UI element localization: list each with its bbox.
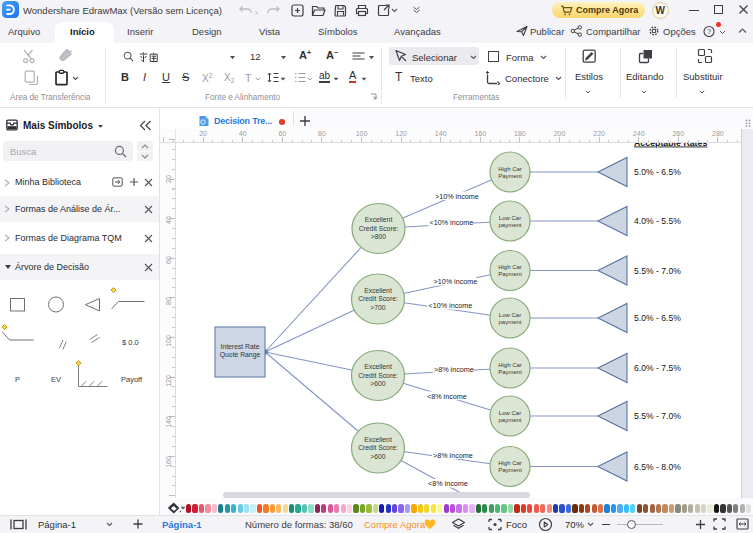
svg-text:High Car: High Car bbox=[498, 264, 522, 270]
svg-text:<10% income: <10% income bbox=[430, 218, 474, 227]
svg-text:Payment: Payment bbox=[498, 271, 522, 277]
svg-text:Excellent: Excellent bbox=[364, 287, 392, 294]
svg-text:Excellent: Excellent bbox=[364, 436, 392, 443]
svg-text:Payment: Payment bbox=[498, 467, 522, 473]
svg-text:>8% income: >8% income bbox=[433, 451, 473, 460]
svg-text:>700: >700 bbox=[370, 304, 386, 311]
svg-text:>10% income: >10% income bbox=[435, 192, 479, 201]
svg-text:High Car: High Car bbox=[498, 460, 522, 466]
svg-text:?: ? bbox=[707, 27, 711, 36]
svg-text:Payoff: Payoff bbox=[121, 375, 143, 384]
svg-text:Excellent: Excellent bbox=[364, 363, 392, 370]
svg-text:Low Car: Low Car bbox=[499, 410, 521, 416]
svg-text:6.5% - 8.0%: 6.5% - 8.0% bbox=[634, 462, 681, 472]
svg-text:Acceptable Rates: Acceptable Rates bbox=[634, 143, 707, 148]
svg-text:Low Car: Low Car bbox=[499, 215, 521, 221]
svg-text:High Car: High Car bbox=[498, 166, 522, 172]
svg-text:payment: payment bbox=[498, 222, 521, 228]
svg-text:Interest Rate: Interest Rate bbox=[221, 343, 260, 350]
svg-text:4.0% - 5.5%: 4.0% - 5.5% bbox=[634, 216, 681, 226]
svg-text:<8% income: <8% income bbox=[428, 479, 468, 488]
svg-text:payment: payment bbox=[498, 417, 521, 423]
svg-text:5.5% - 7.0%: 5.5% - 7.0% bbox=[634, 411, 681, 421]
svg-text:Credit Score:: Credit Score: bbox=[358, 295, 398, 302]
svg-text:5.0% - 6.5%: 5.0% - 6.5% bbox=[634, 313, 681, 323]
svg-text:>600: >600 bbox=[370, 453, 386, 460]
svg-text:>600: >600 bbox=[370, 380, 386, 387]
svg-text:Quote Range: Quote Range bbox=[220, 351, 261, 359]
svg-text:payment: payment bbox=[498, 319, 521, 325]
svg-text:EV: EV bbox=[51, 375, 61, 384]
svg-text:5.5% - 7.0%: 5.5% - 7.0% bbox=[634, 266, 681, 276]
svg-text:>10% income: >10% income bbox=[434, 277, 478, 286]
svg-text:Low Car: Low Car bbox=[499, 312, 521, 318]
svg-text:Credit Score:: Credit Score: bbox=[358, 372, 398, 379]
svg-text:<10% income: <10% income bbox=[429, 301, 473, 310]
svg-text:5.0% - 6.5%: 5.0% - 6.5% bbox=[634, 167, 681, 177]
svg-text:>8% income: >8% income bbox=[434, 365, 474, 374]
svg-text:Credit Score:: Credit Score: bbox=[359, 225, 399, 232]
svg-text:Credit Score:: Credit Score: bbox=[358, 444, 398, 451]
svg-text:Excellent: Excellent bbox=[365, 216, 393, 223]
svg-text:>800: >800 bbox=[371, 233, 387, 240]
svg-text:6.0% - 7.5%: 6.0% - 7.5% bbox=[634, 363, 681, 373]
svg-text:<8% income: <8% income bbox=[427, 392, 467, 401]
svg-text:Payment: Payment bbox=[498, 173, 522, 179]
svg-text:$ 0.0: $ 0.0 bbox=[122, 338, 139, 347]
svg-text:Payment: Payment bbox=[498, 369, 522, 375]
svg-text:P: P bbox=[15, 375, 20, 384]
svg-text:High Car: High Car bbox=[498, 362, 522, 368]
